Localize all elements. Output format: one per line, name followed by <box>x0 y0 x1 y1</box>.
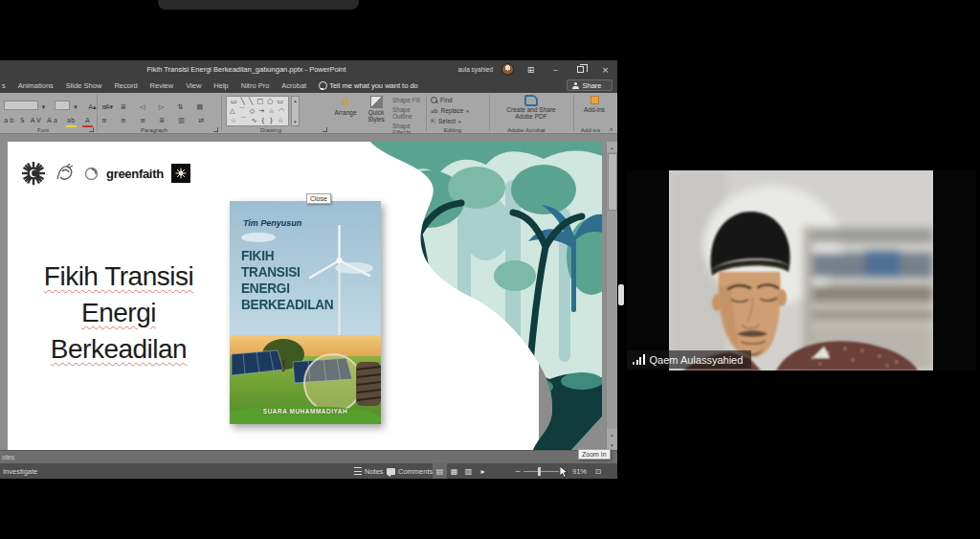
shape-fill-button[interactable]: Shape Fill <box>392 97 425 103</box>
fit-slide-button[interactable]: ⊡ <box>595 463 601 479</box>
zoom-slider-track[interactable] <box>523 471 559 472</box>
shapes-row2[interactable]: △ ⌒ ◇ → ☆ ◠ <box>227 106 288 116</box>
comments-button[interactable]: Comments <box>387 463 433 479</box>
shape-outline-button[interactable]: Shape Outline <box>392 106 425 120</box>
collapse-ribbon-icon[interactable]: ∧ <box>610 125 613 132</box>
slide-workspace: greenfaith Fikih Transisi <box>0 134 617 450</box>
reading-view-button[interactable]: ▥ <box>461 463 476 479</box>
participant-video-content <box>669 170 933 371</box>
replace-button[interactable]: ab Replace ▾ <box>431 105 469 116</box>
create-share-pdf-button[interactable]: Create and Share Adobe PDF <box>501 95 561 120</box>
notes-pane[interactable]: otes <box>0 450 617 463</box>
ribbon-group-drawing: ▭ ╲ ╲ □ ○ ▭ △ ⌒ ◇ → ☆ ◠ ☆ ⌒ ∿ { } ☆ ▴ ▾ … <box>222 93 329 134</box>
tab-help[interactable]: Help <box>213 81 228 90</box>
chevron-down-icon: ▾ <box>604 82 607 88</box>
tab-review[interactable]: Review <box>150 81 174 90</box>
tab-transitions-partial[interactable]: s <box>2 81 6 90</box>
paragraph-row2-icons[interactable]: ≡ ≡ ≡ ≣ ▥ ⇄ <box>101 116 210 126</box>
addins-button[interactable]: Add-ins <box>578 96 611 113</box>
dialog-launcher-icon[interactable] <box>213 127 218 132</box>
text-effects-icons[interactable]: ab S AV Aa <box>4 116 59 126</box>
user-avatar[interactable] <box>501 63 514 76</box>
highlight-color-icon[interactable]: ab <box>66 117 77 127</box>
slideshow-view-button[interactable]: ▸ <box>476 463 490 479</box>
signal-bars-icon <box>633 354 645 365</box>
tab-record[interactable]: Record <box>114 81 137 90</box>
scrollbar-thumb[interactable] <box>608 153 617 211</box>
shapes-gallery[interactable]: ▭ ╲ ╲ □ ○ ▭ △ ⌒ ◇ → ☆ ◠ ☆ ⌒ ∿ { } ☆ <box>226 96 289 126</box>
lightbulb-icon <box>319 81 325 90</box>
arrange-button[interactable]: ⧉ Arrange <box>329 96 362 116</box>
ribbon-tab-row: s Animations Slide Show Record Review Vi… <box>0 79 617 93</box>
participant-video <box>669 170 933 371</box>
slide-sorter-view-button[interactable]: ▦ <box>447 463 461 479</box>
book-cover[interactable]: Tim Penyusun FIKIH TRANSISI ENERGI BERKE… <box>230 201 381 424</box>
zoom-percentage[interactable]: 91% <box>572 463 587 479</box>
ribbon: ▾ ▾ A▴ A▾ ab S AV Aa ab A Font ≡ ≣ ◁ ▷ ⇅… <box>0 93 617 134</box>
document-title: Fikih Transisi Energi Berkeadilan_gabung… <box>0 60 493 79</box>
participant-name: Qaem Aulassyahied <box>650 354 744 366</box>
side-scroll-handle[interactable] <box>618 284 624 305</box>
dialog-launcher-icon[interactable] <box>89 127 94 132</box>
zoom-slider-thumb[interactable] <box>538 467 541 476</box>
greenfaith-icon <box>84 167 99 181</box>
search-icon <box>431 97 437 103</box>
book-author: Tim Penyusun <box>243 218 301 228</box>
tell-me-box[interactable]: Tell me what you want to do <box>319 81 418 90</box>
slide-title-line2: Energi <box>81 298 156 327</box>
dialog-launcher-icon[interactable] <box>323 127 327 132</box>
shapes-gallery-scroll[interactable]: ▴ ▾ <box>291 96 300 126</box>
tab-view[interactable]: View <box>186 81 201 90</box>
shapes-row3[interactable]: ☆ ⌒ ∿ { } ☆ <box>227 116 288 125</box>
addins-icon <box>590 96 599 104</box>
tab-acrobat[interactable]: Acrobat <box>281 81 306 90</box>
slide-title-line1: Fikih Transisi <box>44 261 193 291</box>
notes-button[interactable]: Notes <box>354 463 384 479</box>
shapes-row1[interactable]: ▭ ╲ ╲ □ ○ ▭ <box>227 97 288 106</box>
tab-slide-show[interactable]: Slide Show <box>66 81 102 90</box>
font-color-icon[interactable]: A <box>82 117 93 127</box>
share-icon <box>572 82 579 89</box>
slide-title-line3: Berkeadilan <box>51 334 187 364</box>
ribbon-display-options-icon[interactable]: ⊞ <box>523 62 539 77</box>
close-icon[interactable]: × <box>597 62 613 77</box>
logo-row: greenfaith <box>21 159 190 188</box>
slide-title[interactable]: Fikih Transisi Energi Berkeadilan <box>8 258 230 368</box>
quick-styles-button[interactable]: Quick Styles <box>360 96 392 123</box>
group-label-editing: Editing <box>427 127 479 133</box>
group-label-acrobat: Adobe Acrobat <box>490 127 563 133</box>
scroll-up-icon[interactable]: ▴ <box>607 142 617 152</box>
screen: Fikih Transisi Energi Berkeadilan_gabung… <box>0 0 980 539</box>
previous-slide-icon[interactable]: ▴ <box>607 429 617 439</box>
tab-nitro-pro[interactable]: Nitro Pro <box>241 81 270 90</box>
zoom-out-button[interactable]: − <box>515 463 521 479</box>
select-button[interactable]: ⇱ Select ▾ <box>431 116 461 126</box>
slide-scrollbar[interactable]: ▴ ▴ ▾ <box>606 142 617 450</box>
ribbon-group-editing: Find ab Replace ▾ ⇱ Select ▾ Editing <box>427 93 488 134</box>
quick-styles-icon <box>370 96 383 108</box>
powerpoint-window: Fikih Transisi Energi Berkeadilan_gabung… <box>0 60 617 479</box>
slide-canvas[interactable]: greenfaith Fikih Transisi <box>8 142 539 450</box>
greenfaith-wordmark: greenfaith <box>106 167 164 181</box>
close-tooltip: Close <box>306 193 331 204</box>
sketch-logo <box>54 162 77 185</box>
book-publisher: SUARA MUHAMMADIYAH <box>230 408 381 415</box>
share-button[interactable]: Share ▾ <box>567 79 612 91</box>
account-name[interactable]: aula syahied <box>458 66 494 73</box>
restore-icon[interactable] <box>572 62 589 77</box>
participant-video-tile[interactable]: Qaem Aulassyahied <box>627 170 976 371</box>
chevron-down-icon: ▾ <box>458 119 461 124</box>
investigate-label[interactable]: Investigate <box>3 463 37 479</box>
mouse-cursor <box>560 466 568 478</box>
book-title: FIKIH TRANSISI ENERGI BERKEADILAN <box>241 247 333 312</box>
group-label-drawing: Drawing <box>222 127 320 133</box>
notes-icon <box>354 467 362 475</box>
minimize-icon[interactable]: – <box>547 62 564 77</box>
find-button[interactable]: Find <box>431 95 453 105</box>
group-label-paragraph: Paragraph <box>98 127 211 133</box>
participant-name-tag: Qaem Aulassyahied <box>627 350 751 369</box>
acrobat-icon <box>524 95 538 106</box>
meeting-controls-pill[interactable] <box>158 0 359 10</box>
tab-animations[interactable]: Animations <box>18 81 54 90</box>
normal-view-button[interactable]: ▤ <box>433 463 447 479</box>
